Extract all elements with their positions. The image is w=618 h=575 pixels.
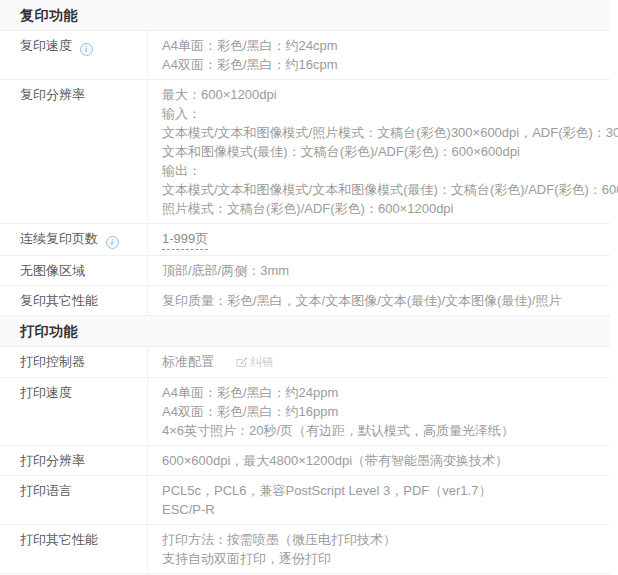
spec-table: 复印功能 复印速度 i A4单面：彩色/黑白：约24cpmA4双面：彩色/黑白：… [0, 0, 610, 575]
value-line: 输入： [162, 104, 600, 123]
spec-row: 打印分辨率 600×600dpi，最大4800×1200dpi（带有智能墨滴变换… [0, 446, 610, 476]
spec-value-cell: 标准配置纠错 [148, 347, 610, 377]
value-line: 600×600dpi，最大4800×1200dpi（带有智能墨滴变换技术） [162, 451, 600, 470]
section-rows: 打印控制器 标准配置纠错 打印速度 A4单面：彩色/黑白：约24ppmA4双面：… [0, 347, 610, 574]
value-line: A4单面：彩色/黑白：约24cpm [162, 36, 600, 55]
value-line: 最大：600×1200dpi [162, 85, 600, 104]
spec-label: 无图像区域 [20, 263, 85, 278]
spec-label: 打印速度 [20, 385, 72, 400]
value-text: 输出： [162, 163, 201, 178]
spec-label-cell: 打印分辨率 [0, 446, 148, 475]
spec-label-cell: 复印其它性能 [0, 286, 148, 315]
value-text: 600×600dpi，最大4800×1200dpi（带有智能墨滴变换技术） [162, 453, 508, 468]
section-header: 打印功能 [0, 316, 610, 347]
spec-label: 复印分辨率 [20, 87, 85, 102]
value-line: 打印方法：按需喷墨（微压电打印技术） [162, 530, 600, 549]
spec-row: 复印分辨率 最大：600×1200dpi输入：文本模式/文本和图像模式/照片模式… [0, 80, 610, 224]
spec-label-cell: 打印其它性能 [0, 525, 148, 573]
spec-section: 复印功能 复印速度 i A4单面：彩色/黑白：约24cpmA4双面：彩色/黑白：… [0, 0, 610, 316]
value-line: 标准配置纠错 [162, 352, 600, 372]
value-text: 4×6英寸照片：20秒/页（有边距，默认模式，高质量光泽纸） [162, 423, 514, 438]
spec-row: 打印控制器 标准配置纠错 [0, 347, 610, 378]
spec-value-cell: A4单面：彩色/黑白：约24ppmA4双面：彩色/黑白：约16ppm4×6英寸照… [148, 378, 610, 445]
max-pages-link[interactable]: 1-999页 [162, 229, 208, 250]
value-text: A4单面：彩色/黑白：约24cpm [162, 38, 338, 53]
spec-label-cell: 打印语言 [0, 476, 148, 524]
spec-label-cell: 复印分辨率 [0, 80, 148, 223]
spec-label-cell: 打印速度 [0, 378, 148, 445]
value-text: 支持自动双面打印，逐份打印 [162, 551, 331, 566]
spec-value-cell: 最大：600×1200dpi输入：文本模式/文本和图像模式/照片模式：文稿台(彩… [148, 80, 610, 223]
spec-label: 连续复印页数 [20, 231, 98, 246]
value-line: 支持自动双面打印，逐份打印 [162, 549, 600, 568]
value-line: A4双面：彩色/黑白：约16cpm [162, 55, 600, 74]
spec-value-cell: 600×600dpi，最大4800×1200dpi（带有智能墨滴变换技术） [148, 446, 610, 475]
spec-label: 复印速度 [20, 38, 72, 53]
value-text: A4双面：彩色/黑白：约16ppm [162, 404, 338, 419]
spec-label: 打印控制器 [20, 354, 85, 369]
value-line: 文本和图像模式(最佳)：文稿台(彩色)/ADF(彩色)：600×600dpi [162, 142, 600, 161]
value-text: A4单面：彩色/黑白：约24ppm [162, 385, 338, 400]
spec-label: 打印分辨率 [20, 453, 85, 468]
value-text: 顶部/底部/两侧：3mm [162, 263, 289, 278]
spec-row: 打印其它性能 打印方法：按需喷墨（微压电打印技术）支持自动双面打印，逐份打印 [0, 525, 610, 574]
value-text: 打印方法：按需喷墨（微压电打印技术） [162, 532, 396, 547]
spec-label-cell: 打印控制器 [0, 347, 148, 377]
spec-label: 打印其它性能 [20, 532, 98, 547]
value-text: 复印质量：彩色/黑白，文本/文本图像/文本(最佳)/文本图像(最佳)/照片 [162, 293, 561, 308]
value-line: 1-999页 [162, 229, 600, 250]
value-line: 复印质量：彩色/黑白，文本/文本图像/文本(最佳)/文本图像(最佳)/照片 [162, 291, 600, 310]
section-header: 复印功能 [0, 0, 610, 31]
spec-label: 复印其它性能 [20, 293, 98, 308]
value-text: ESC/P-R [162, 502, 215, 517]
error-correction-link[interactable]: 纠错 [236, 355, 274, 369]
spec-section: 打印功能 打印控制器 标准配置纠错 打印速度 A4单面：彩色/黑白：约24ppm… [0, 316, 610, 574]
value-text: 照片模式：文稿台(彩色)/ADF(彩色)：600×1200dpi [162, 201, 453, 216]
value-text: 输入： [162, 106, 201, 121]
spec-value-cell: 1-999页 [148, 224, 610, 255]
value-line: 4×6英寸照片：20秒/页（有边距，默认模式，高质量光泽纸） [162, 421, 600, 440]
value-text: 文本模式/文本和图像模式/照片模式：文稿台(彩色)300×600dpi，ADF(… [162, 125, 618, 140]
spec-label-cell: 连续复印页数 i [0, 224, 148, 255]
spec-value-cell: A4单面：彩色/黑白：约24cpmA4双面：彩色/黑白：约16cpm [148, 31, 610, 79]
value-line: 文本模式/文本和图像模式/照片模式：文稿台(彩色)300×600dpi，ADF(… [162, 123, 600, 142]
spec-row: 打印语言 PCL5c，PCL6，兼容PostScript Level 3，PDF… [0, 476, 610, 525]
spec-label: 打印语言 [20, 483, 72, 498]
value-line: 照片模式：文稿台(彩色)/ADF(彩色)：600×1200dpi [162, 199, 600, 218]
spec-row: 复印速度 i A4单面：彩色/黑白：约24cpmA4双面：彩色/黑白：约16cp… [0, 31, 610, 80]
info-circle-icon[interactable]: i [106, 236, 119, 249]
spec-label-cell: 复印速度 i [0, 31, 148, 79]
value-line: 文本模式/文本和图像模式/文本和图像模式(最佳)：文稿台(彩色)/ADF(彩色)… [162, 180, 600, 199]
spec-value-cell: 顶部/底部/两侧：3mm [148, 256, 610, 285]
spec-row: 打印速度 A4单面：彩色/黑白：约24ppmA4双面：彩色/黑白：约16ppm4… [0, 378, 610, 446]
value-text: A4双面：彩色/黑白：约16cpm [162, 57, 338, 72]
edit-pencil-icon [236, 356, 248, 368]
value-line: ESC/P-R [162, 500, 600, 519]
value-line: 输出： [162, 161, 600, 180]
spec-row: 无图像区域 顶部/底部/两侧：3mm [0, 256, 610, 286]
section-rows: 复印速度 i A4单面：彩色/黑白：约24cpmA4双面：彩色/黑白：约16cp… [0, 31, 610, 316]
section-title: 打印功能 [20, 323, 78, 339]
spec-row: 连续复印页数 i 1-999页 [0, 224, 610, 256]
spec-value-cell: PCL5c，PCL6，兼容PostScript Level 3，PDF（ver1… [148, 476, 610, 524]
value-text: 最大：600×1200dpi [162, 87, 277, 102]
spec-value-cell: 打印方法：按需喷墨（微压电打印技术）支持自动双面打印，逐份打印 [148, 525, 610, 573]
spec-row: 复印其它性能 复印质量：彩色/黑白，文本/文本图像/文本(最佳)/文本图像(最佳… [0, 286, 610, 316]
spec-value-cell: 复印质量：彩色/黑白，文本/文本图像/文本(最佳)/文本图像(最佳)/照片 [148, 286, 610, 315]
value-line: PCL5c，PCL6，兼容PostScript Level 3，PDF（ver1… [162, 481, 600, 500]
value-text: PCL5c，PCL6，兼容PostScript Level 3，PDF（ver1… [162, 483, 491, 498]
section-title: 复印功能 [20, 7, 78, 23]
value-text: 标准配置 [162, 354, 214, 369]
value-line: A4单面：彩色/黑白：约24ppm [162, 383, 600, 402]
value-text: 文本模式/文本和图像模式/文本和图像模式(最佳)：文稿台(彩色)/ADF(彩色)… [162, 182, 618, 197]
spec-label-cell: 无图像区域 [0, 256, 148, 285]
value-line: A4双面：彩色/黑白：约16ppm [162, 402, 600, 421]
info-circle-icon[interactable]: i [80, 43, 93, 56]
error-correction-label: 纠错 [250, 355, 274, 369]
value-line: 顶部/底部/两侧：3mm [162, 261, 600, 280]
value-text: 文本和图像模式(最佳)：文稿台(彩色)/ADF(彩色)：600×600dpi [162, 144, 520, 159]
